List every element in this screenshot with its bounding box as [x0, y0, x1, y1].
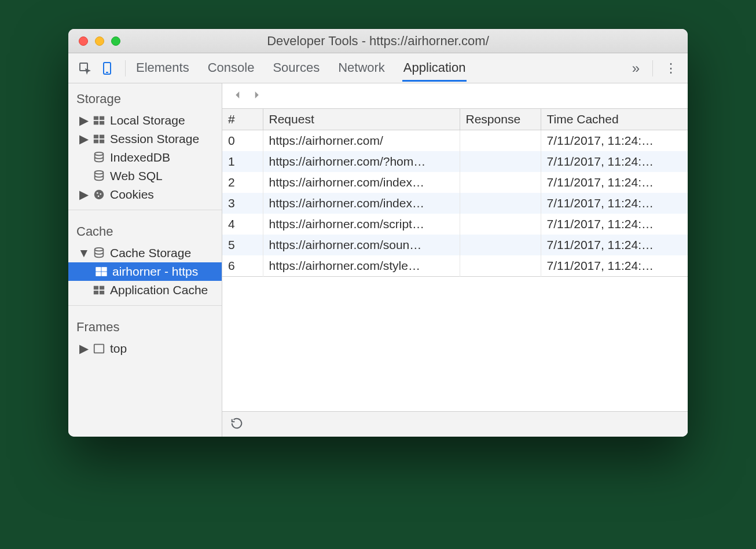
svg-rect-19 — [102, 268, 107, 271]
close-window-button[interactable] — [79, 36, 88, 46]
tab-console[interactable]: Console — [207, 54, 256, 82]
cell-response — [460, 214, 541, 235]
svg-rect-3 — [94, 116, 98, 120]
minimize-window-button[interactable] — [95, 36, 104, 46]
cell-request: https://airhorner.com/index… — [263, 172, 460, 193]
table-row[interactable]: 6https://airhorner.com/style…7/11/2017, … — [222, 255, 688, 277]
svg-rect-7 — [94, 135, 98, 138]
nav-forward-icon[interactable] — [251, 90, 262, 103]
sidebar-section-cache: Cache — [68, 216, 222, 244]
refresh-icon[interactable] — [230, 417, 243, 432]
sidebar-item-cache-storage[interactable]: ▼ Cache Storage — [68, 244, 222, 262]
cell-num: 6 — [222, 255, 263, 277]
cell-num: 4 — [222, 214, 263, 235]
devtools-window: Developer Tools - https://airhorner.com/… — [68, 29, 688, 437]
svg-point-17 — [95, 248, 104, 251]
sidebar-item-label: airhorner - https — [112, 265, 198, 279]
sidebar-item-cookies[interactable]: ▶ Cookies — [68, 185, 222, 204]
expand-arrow-icon: ▶ — [80, 342, 88, 356]
tab-network[interactable]: Network — [337, 54, 386, 82]
panel-footer — [222, 411, 688, 437]
sidebar-item-indexeddb[interactable]: IndexedDB — [68, 148, 222, 167]
tab-application[interactable]: Application — [402, 54, 467, 82]
svg-point-14 — [97, 192, 98, 194]
sidebar-item-local-storage[interactable]: ▶ Local Storage — [68, 111, 222, 130]
cell-response — [460, 193, 541, 214]
svg-rect-24 — [94, 291, 98, 294]
cell-response — [460, 130, 541, 152]
sidebar-item-top-frame[interactable]: ▶ top — [68, 339, 222, 358]
col-header-request[interactable]: Request — [263, 109, 460, 130]
device-toolbar-icon[interactable] — [98, 60, 116, 77]
svg-rect-22 — [94, 286, 98, 290]
cell-response — [460, 151, 541, 172]
sidebar-item-label: Cookies — [110, 188, 154, 202]
table-row[interactable]: 5https://airhorner.com/soun…7/11/2017, 1… — [222, 235, 688, 255]
table-icon — [93, 133, 105, 145]
sidebar-item-label: Cache Storage — [110, 246, 191, 260]
window-controls — [68, 36, 120, 46]
cell-request: https://airhorner.com/?hom… — [263, 151, 460, 172]
table-row[interactable]: 1https://airhorner.com/?hom…7/11/2017, 1… — [222, 151, 688, 172]
zoom-window-button[interactable] — [111, 36, 120, 46]
sidebar-divider — [68, 210, 222, 210]
cell-num: 3 — [222, 193, 263, 214]
cell-num: 1 — [222, 151, 263, 172]
toolbar-separator — [652, 60, 653, 76]
nav-back-icon[interactable] — [233, 90, 243, 103]
titlebar: Developer Tools - https://airhorner.com/ — [68, 29, 688, 53]
sidebar-item-label: Session Storage — [110, 132, 199, 146]
table-icon — [93, 114, 105, 127]
panel-tabs: Elements Console Sources Network Applica… — [135, 54, 624, 82]
cell-time: 7/11/2017, 11:24:… — [541, 235, 688, 255]
sidebar-item-cache-entry[interactable]: airhorner - https — [68, 262, 222, 281]
panel-body: Storage ▶ Local Storage ▶ Session Storag… — [68, 83, 688, 437]
tabs-overflow-button[interactable]: » — [629, 60, 643, 76]
table-row[interactable]: 2https://airhorner.com/index…7/11/2017, … — [222, 172, 688, 193]
svg-rect-26 — [94, 345, 104, 353]
nav-toolbar — [222, 83, 688, 109]
expand-arrow-icon: ▶ — [80, 114, 88, 127]
cell-response — [460, 235, 541, 255]
svg-point-12 — [95, 171, 104, 174]
table-icon — [95, 265, 108, 278]
database-icon — [93, 247, 105, 259]
cache-table-wrap: # Request Response Time Cached 0https://… — [222, 109, 688, 411]
table-icon — [93, 284, 105, 297]
sidebar-section-frames: Frames — [68, 312, 222, 339]
sidebar-item-session-storage[interactable]: ▶ Session Storage — [68, 130, 222, 148]
expand-arrow-icon: ▶ — [80, 132, 88, 146]
cell-num: 5 — [222, 235, 263, 255]
sidebar-item-application-cache[interactable]: Application Cache — [68, 281, 222, 299]
cookie-icon — [93, 188, 105, 201]
col-header-response[interactable]: Response — [460, 109, 541, 130]
database-icon — [93, 151, 105, 164]
col-header-index[interactable]: # — [222, 109, 263, 130]
table-row[interactable]: 0https://airhorner.com/7/11/2017, 11:24:… — [222, 130, 688, 152]
svg-rect-5 — [94, 121, 98, 125]
table-row[interactable]: 4https://airhorner.com/script…7/11/2017,… — [222, 214, 688, 235]
svg-point-15 — [100, 193, 101, 195]
application-sidebar: Storage ▶ Local Storage ▶ Session Storag… — [68, 83, 222, 437]
svg-point-13 — [94, 190, 104, 200]
inspect-element-icon[interactable] — [76, 60, 94, 77]
cell-time: 7/11/2017, 11:24:… — [541, 151, 688, 172]
sidebar-item-label: Web SQL — [110, 169, 163, 183]
svg-rect-6 — [100, 121, 104, 125]
sidebar-section-storage: Storage — [68, 83, 222, 111]
col-header-time[interactable]: Time Cached — [541, 109, 688, 130]
cell-num: 0 — [222, 130, 263, 152]
table-row[interactable]: 3https://airhorner.com/index…7/11/2017, … — [222, 193, 688, 214]
frame-icon — [93, 342, 105, 355]
tab-elements[interactable]: Elements — [135, 54, 190, 82]
settings-menu-button[interactable]: ⋮ — [662, 61, 680, 76]
svg-rect-23 — [100, 286, 104, 290]
svg-rect-9 — [94, 140, 98, 143]
sidebar-item-websql[interactable]: Web SQL — [68, 167, 222, 185]
collapse-arrow-icon: ▼ — [80, 246, 88, 260]
svg-rect-10 — [100, 140, 104, 143]
svg-rect-4 — [100, 116, 104, 120]
tab-sources[interactable]: Sources — [271, 54, 321, 82]
table-header-row: # Request Response Time Cached — [222, 109, 688, 130]
cell-time: 7/11/2017, 11:24:… — [541, 172, 688, 193]
